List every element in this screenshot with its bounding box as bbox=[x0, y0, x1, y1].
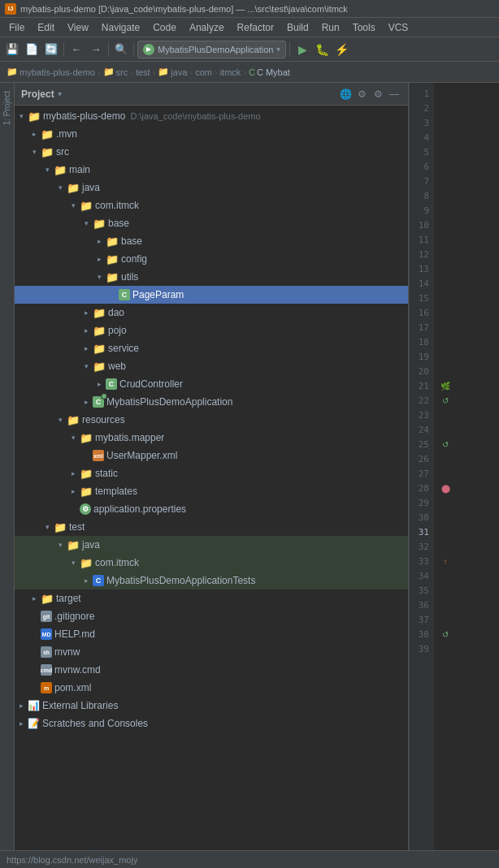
toolbar-forward-btn[interactable]: → bbox=[87, 41, 105, 58]
tree-item-appprops[interactable]: ⚙ application.properties bbox=[15, 500, 408, 518]
project-tab-label[interactable]: 1: Project bbox=[1, 86, 13, 130]
tree-item-mybatismapper[interactable]: 📁 mybatis.mapper bbox=[15, 429, 408, 447]
toolbar-back-btn[interactable]: ← bbox=[67, 41, 85, 58]
menu-refactor[interactable]: Refactor bbox=[232, 20, 280, 35]
panel-gear-btn[interactable]: ⚙ bbox=[371, 87, 385, 101]
menu-navigate[interactable]: Navigate bbox=[96, 20, 145, 35]
base2-folder-icon: 📁 bbox=[106, 235, 119, 248]
tree-item-scratches[interactable]: 📝 Scratches and Consoles bbox=[15, 715, 408, 732]
debug-button[interactable]: 🐛 bbox=[313, 41, 331, 58]
gutter-row-2 bbox=[434, 101, 457, 115]
utils-folder-icon: 📁 bbox=[106, 271, 119, 283]
tree-item-pageparam[interactable]: C PageParam bbox=[15, 286, 408, 304]
java1-arrow bbox=[54, 181, 67, 194]
panel-globe-btn[interactable]: 🌐 bbox=[338, 87, 353, 101]
tree-item-utils[interactable]: 📁 utils bbox=[15, 268, 408, 286]
breadcrumb-java[interactable]: 📁 java bbox=[158, 67, 187, 77]
menu-run[interactable]: Run bbox=[316, 20, 345, 35]
tree-item-java1[interactable]: 📁 java bbox=[15, 179, 408, 196]
menu-build[interactable]: Build bbox=[281, 20, 315, 35]
usermapper-label: UserMapper.xml bbox=[106, 450, 177, 461]
src-label: src bbox=[56, 146, 69, 158]
toolbar-sep4 bbox=[289, 42, 290, 57]
menu-edit[interactable]: Edit bbox=[32, 20, 60, 35]
tree-item-resources[interactable]: 📁 resources bbox=[15, 411, 408, 429]
mybatistests-label: MybatisPlusDemoApplicationTests bbox=[106, 575, 255, 586]
comitmck-label: com.itmck bbox=[95, 200, 139, 211]
service-label: service bbox=[108, 343, 139, 354]
menu-view[interactable]: View bbox=[62, 20, 94, 35]
tree-item-pojo[interactable]: 📁 pojo bbox=[15, 322, 408, 339]
tree-item-mvn[interactable]: 📁 .mvn bbox=[15, 125, 408, 143]
tree-view[interactable]: 📁 mybatis-plus-demo D:\java_code\mybatis… bbox=[15, 106, 408, 868]
web-label: web bbox=[108, 361, 126, 372]
menu-tools[interactable]: Tools bbox=[347, 20, 381, 35]
mvnwcmd-label: mvnw.cmd bbox=[54, 664, 101, 676]
gutter-row-30 bbox=[434, 510, 457, 525]
tree-item-gitignore[interactable]: git .gitignore bbox=[15, 607, 408, 625]
tree-root[interactable]: 📁 mybatis-plus-demo D:\java_code\mybatis… bbox=[15, 107, 408, 125]
breadcrumb-test[interactable]: test bbox=[136, 67, 150, 77]
target-arrow bbox=[28, 592, 41, 605]
crudcontroller-arrow bbox=[93, 378, 106, 391]
breadcrumb-itmck[interactable]: itmck bbox=[220, 67, 241, 77]
toolbar-search-btn[interactable]: 🔍 bbox=[112, 41, 130, 58]
line-20: 20 bbox=[410, 364, 434, 378]
line-29: 29 bbox=[410, 495, 434, 510]
toolbar-save2-btn[interactable]: 📄 bbox=[23, 41, 41, 58]
resources-folder-icon: 📁 bbox=[67, 414, 80, 426]
tree-item-config[interactable]: 📁 config bbox=[15, 250, 408, 268]
toolbar-save-btn[interactable]: 💾 bbox=[3, 41, 21, 58]
menu-file[interactable]: File bbox=[3, 20, 30, 35]
tree-item-comitmck2[interactable]: 📁 com.itmck bbox=[15, 554, 408, 572]
panel-chevron[interactable]: ▾ bbox=[58, 89, 62, 98]
tree-item-usermapper[interactable]: xml UserMapper.xml bbox=[15, 447, 408, 464]
breadcrumb-com[interactable]: com bbox=[195, 67, 212, 77]
tree-item-dao[interactable]: 📁 dao bbox=[15, 304, 408, 322]
tree-item-crudcontroller[interactable]: C CrudController bbox=[15, 375, 408, 393]
tree-item-comitmck[interactable]: 📁 com.itmck bbox=[15, 196, 408, 214]
tree-item-mvnw[interactable]: sh mvnw bbox=[15, 643, 408, 661]
breadcrumb-class[interactable]: C C Mybat bbox=[249, 67, 290, 77]
tree-item-java2[interactable]: 📁 java bbox=[15, 536, 408, 554]
tree-item-static[interactable]: 📁 static bbox=[15, 464, 408, 482]
panel-equalizer-btn[interactable]: ⚙ bbox=[354, 87, 369, 101]
panel-minimize-btn[interactable]: — bbox=[387, 87, 401, 101]
gutter-row-20 bbox=[434, 364, 457, 378]
tree-item-src[interactable]: 📁 src bbox=[15, 143, 408, 161]
tree-item-base1[interactable]: 📁 base bbox=[15, 214, 408, 232]
tree-item-mvnwcmd[interactable]: cmd mvnw.cmd bbox=[15, 661, 408, 679]
tree-item-templates[interactable]: 📁 templates bbox=[15, 482, 408, 500]
toolbar-refresh-btn[interactable]: 🔄 bbox=[42, 41, 60, 58]
config-folder-icon: 📁 bbox=[106, 253, 119, 266]
tree-item-main[interactable]: 📁 main bbox=[15, 161, 408, 179]
base2-arrow bbox=[93, 235, 106, 248]
line-37: 37 bbox=[410, 612, 434, 627]
tree-item-pomxml[interactable]: m pom.xml bbox=[15, 679, 408, 697]
service-arrow bbox=[80, 342, 93, 355]
menu-bar: File Edit View Navigate Code Analyze Ref… bbox=[0, 18, 499, 37]
config-arrow bbox=[93, 253, 106, 266]
folder-icon-java: 📁 bbox=[158, 67, 169, 77]
menu-vcs[interactable]: VCS bbox=[383, 20, 414, 35]
dao-folder-icon: 📁 bbox=[93, 307, 106, 319]
menu-code[interactable]: Code bbox=[147, 20, 182, 35]
run-more-button[interactable]: ⚡ bbox=[332, 41, 350, 58]
menu-analyze[interactable]: Analyze bbox=[184, 20, 230, 35]
tree-item-helpmd[interactable]: MD HELP.md bbox=[15, 625, 408, 643]
run-button[interactable]: ▶ bbox=[293, 41, 311, 58]
tree-item-mybatisapp[interactable]: C MybatisPlusDemoApplication bbox=[15, 393, 408, 411]
tree-item-web[interactable]: 📁 web bbox=[15, 357, 408, 375]
breadcrumb-root[interactable]: 📁 mybatis-plus-demo bbox=[7, 67, 95, 77]
line-26: 26 bbox=[410, 451, 434, 466]
tree-item-service[interactable]: 📁 service bbox=[15, 339, 408, 357]
run-config-selector[interactable]: ▶ MybatisPlusDemoApplication ▾ bbox=[137, 41, 286, 58]
line-17: 17 bbox=[410, 320, 434, 335]
tree-item-mybatistests[interactable]: C MybatisPlusDemoApplicationTests bbox=[15, 572, 408, 589]
tree-item-extlibs[interactable]: 📊 External Libraries bbox=[15, 697, 408, 715]
mvnw-icon: sh bbox=[41, 646, 52, 658]
tree-item-base2[interactable]: 📁 base bbox=[15, 232, 408, 250]
tree-item-target[interactable]: 📁 target bbox=[15, 589, 408, 607]
breadcrumb-src[interactable]: 📁 src bbox=[103, 67, 128, 77]
tree-item-test[interactable]: 📁 test bbox=[15, 518, 408, 536]
